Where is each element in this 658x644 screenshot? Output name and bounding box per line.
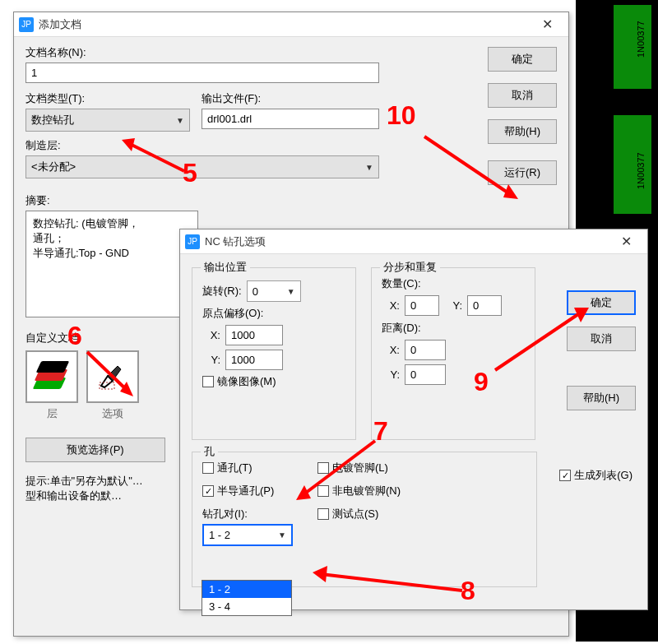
output-file-input[interactable] xyxy=(202,109,379,129)
dist-y-input[interactable] xyxy=(405,364,446,385)
origin-x-input[interactable] xyxy=(225,325,283,345)
cancel-button[interactable]: 取消 xyxy=(567,327,636,351)
hand-writing-icon xyxy=(96,359,129,395)
semi-conducting-checkbox[interactable]: ✓半导通孔(P) xyxy=(202,484,293,498)
layers-button[interactable] xyxy=(25,350,78,403)
close-icon[interactable]: ✕ xyxy=(531,15,563,35)
titlebar[interactable]: JP 添加文档 ✕ xyxy=(14,12,568,37)
doc-name-input[interactable] xyxy=(25,63,379,83)
count-x-input[interactable] xyxy=(405,295,439,316)
dialog-title: 添加文档 xyxy=(39,17,531,32)
step-repeat-legend: 分步和重复 xyxy=(380,260,440,275)
y-label: Y: xyxy=(202,354,220,366)
count-label: 数量(C): xyxy=(382,276,525,291)
mirror-checkbox[interactable]: 镜像图像(M) xyxy=(202,374,276,389)
dialog-title: NC 钻孔选项 xyxy=(205,234,609,249)
drill-pair-label: 钻孔对(I): xyxy=(202,507,293,521)
chevron-down-icon: ▼ xyxy=(365,163,373,172)
summary-label: 摘要: xyxy=(25,193,198,208)
holes-legend: 孔 xyxy=(201,444,218,459)
doc-type-value: 数控钻孔 xyxy=(31,113,74,127)
layers-label: 层 xyxy=(25,406,78,421)
x-label: X: xyxy=(382,299,400,312)
summary-text: 数控钻孔: (电镀管脚， 通孔； 半导通孔:Top - GND xyxy=(25,211,198,317)
preview-button[interactable]: 预览选择(P) xyxy=(25,438,165,462)
origin-y-input[interactable] xyxy=(225,350,283,370)
generate-list-checkbox[interactable]: ✓生成列表(G) xyxy=(559,468,633,483)
test-point-checkbox[interactable]: 测试点(S) xyxy=(317,507,401,521)
ok-button[interactable]: 确定 xyxy=(488,47,557,72)
chevron-down-icon: ▼ xyxy=(176,116,184,125)
rotate-label: 旋转(R): xyxy=(202,284,242,299)
x-label: X: xyxy=(202,329,220,341)
drill-pair-select[interactable]: 1 - 2 ▼ xyxy=(202,524,293,546)
cancel-button[interactable]: 取消 xyxy=(488,83,557,108)
doc-name-label: 文档名称(N): xyxy=(25,45,379,60)
app-icon: JP xyxy=(185,234,200,249)
titlebar[interactable]: JP NC 钻孔选项 ✕ xyxy=(180,229,647,254)
doc-type-select[interactable]: 数控钻孔 ▼ xyxy=(25,109,190,132)
distance-label: 距离(D): xyxy=(382,321,525,336)
through-hole-checkbox[interactable]: 通孔(T) xyxy=(202,461,293,475)
fab-layer-select[interactable]: <未分配> ▼ xyxy=(25,155,379,178)
pcb-label: 1N00377 xyxy=(636,21,646,58)
options-label: 选项 xyxy=(86,406,139,421)
help-button[interactable]: 帮助(H) xyxy=(567,386,636,410)
options-button[interactable] xyxy=(86,350,139,403)
help-button[interactable]: 帮助(H) xyxy=(488,119,557,144)
output-pos-legend: 输出位置 xyxy=(201,260,250,275)
pcb-component xyxy=(614,115,651,214)
chevron-down-icon: ▼ xyxy=(287,287,295,296)
fab-layer-label: 制造层: xyxy=(25,138,379,153)
x-label: X: xyxy=(382,344,400,356)
plated-pin-checkbox[interactable]: 电镀管脚(L) xyxy=(317,461,401,475)
drill-pair-option[interactable]: 1 - 2 xyxy=(202,581,291,598)
y-label: Y: xyxy=(444,299,462,312)
pcb-label: 1N00377 xyxy=(636,152,646,189)
app-icon: JP xyxy=(19,17,34,32)
layers-icon xyxy=(35,361,68,392)
ok-button[interactable]: 确定 xyxy=(567,290,636,315)
doc-type-label: 文档类型(T): xyxy=(25,91,190,106)
rotate-select[interactable]: 0 ▼ xyxy=(247,280,301,302)
nc-drill-options-dialog: JP NC 钻孔选项 ✕ 输出位置 旋转(R): 0 ▼ 原点偏移(O): X: xyxy=(179,229,648,610)
dist-x-input[interactable] xyxy=(405,340,446,360)
origin-offset-label: 原点偏移(O): xyxy=(202,306,345,321)
pcb-component xyxy=(614,5,651,89)
output-file-label: 输出文件(F): xyxy=(202,91,379,106)
y-label: Y: xyxy=(382,368,400,381)
drill-pair-dropdown-list[interactable]: 1 - 2 3 - 4 xyxy=(202,580,292,616)
chevron-down-icon: ▼ xyxy=(278,530,286,540)
drill-pair-option[interactable]: 3 - 4 xyxy=(202,598,291,615)
nonplated-pin-checkbox[interactable]: 非电镀管脚(N) xyxy=(317,484,401,498)
close-icon[interactable]: ✕ xyxy=(609,232,642,252)
run-button[interactable]: 运行(R) xyxy=(488,160,557,185)
count-y-input[interactable] xyxy=(467,295,502,316)
fab-layer-value: <未分配> xyxy=(31,160,76,174)
